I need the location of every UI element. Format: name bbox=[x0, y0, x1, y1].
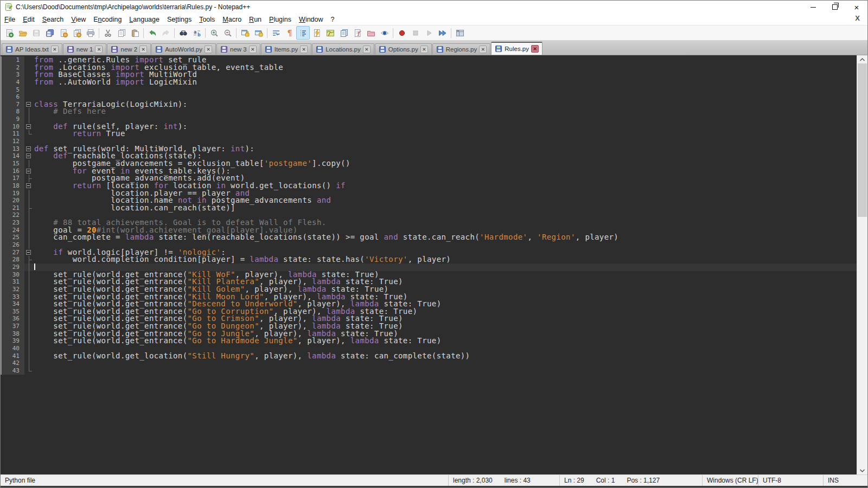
close-button[interactable] bbox=[56, 26, 70, 40]
show-all-characters-button[interactable]: ¶ bbox=[283, 26, 296, 40]
tab-new-3[interactable]: new 3✕ bbox=[216, 43, 260, 55]
restore-button[interactable] bbox=[824, 1, 846, 14]
menu-item-plugins[interactable]: Plugins bbox=[265, 15, 295, 24]
menu-item-[interactable]: ? bbox=[327, 15, 339, 24]
menu-item-language[interactable]: Language bbox=[125, 15, 163, 24]
paste-button[interactable] bbox=[128, 26, 142, 40]
menu-item-macro[interactable]: Macro bbox=[219, 15, 245, 24]
tab-locations-py[interactable]: Locations.py✕ bbox=[312, 43, 374, 55]
tab-close-icon[interactable]: ✕ bbox=[139, 46, 147, 53]
save-button[interactable] bbox=[29, 26, 43, 40]
sync-horizontal-button[interactable] bbox=[252, 26, 265, 40]
function-list-button[interactable] bbox=[310, 26, 323, 40]
menu-item-encoding[interactable]: Encoding bbox=[90, 15, 125, 24]
menu-item-tools[interactable]: Tools bbox=[195, 15, 219, 24]
fold-collapse-icon[interactable] bbox=[24, 168, 34, 175]
code-text[interactable]: class TerrariaLogic(LogicMixin): bbox=[34, 101, 857, 108]
redo-icon bbox=[162, 29, 170, 37]
copy-button[interactable] bbox=[114, 26, 128, 40]
fold-margin bbox=[24, 93, 34, 101]
unsaved-floppy-icon bbox=[67, 46, 74, 53]
macro-play-button[interactable] bbox=[422, 26, 436, 40]
macro-stop-button[interactable] bbox=[409, 26, 422, 40]
menu-item-edit[interactable]: Edit bbox=[19, 15, 39, 24]
code-text[interactable]: can_complete = lambda state: len(reachab… bbox=[34, 234, 857, 241]
save-all-button[interactable] bbox=[43, 26, 56, 40]
tab-new-1[interactable]: new 1✕ bbox=[63, 43, 107, 55]
fold-collapse-icon[interactable] bbox=[24, 152, 34, 160]
close-all-button[interactable] bbox=[70, 26, 84, 40]
code-text[interactable]: return True bbox=[34, 130, 857, 138]
document-map-button[interactable] bbox=[323, 26, 337, 40]
code-text[interactable]: set_rule(world.get_location("Still Hungr… bbox=[34, 352, 857, 360]
new-file-button[interactable] bbox=[2, 26, 16, 40]
tab-rules-py[interactable]: Rules.py✕ bbox=[491, 42, 542, 55]
macro-record-button[interactable] bbox=[395, 26, 409, 40]
tab-close-icon[interactable]: ✕ bbox=[531, 45, 539, 53]
tab-close-icon[interactable]: ✕ bbox=[95, 46, 103, 53]
menu-item-search[interactable]: Search bbox=[39, 15, 68, 24]
scroll-down-arrow[interactable] bbox=[857, 466, 867, 474]
replace-button[interactable]: ab bbox=[190, 26, 203, 40]
tab-options-py[interactable]: Options.py✕ bbox=[375, 43, 432, 55]
saved-floppy-icon bbox=[495, 45, 502, 53]
menu-item-run[interactable]: Run bbox=[245, 15, 265, 24]
code-text[interactable] bbox=[34, 359, 857, 367]
show-indent-guide-button[interactable] bbox=[296, 26, 310, 40]
tab-regions-py[interactable]: Regions.py✕ bbox=[432, 43, 491, 55]
document-list-button[interactable] bbox=[337, 26, 350, 40]
redo-button[interactable] bbox=[159, 26, 173, 40]
undo-button[interactable] bbox=[145, 26, 159, 40]
close-icon: × bbox=[854, 3, 859, 11]
monitoring-button[interactable] bbox=[378, 26, 391, 40]
fold-collapse-icon[interactable] bbox=[24, 249, 34, 256]
code-text[interactable]: from ..AutoWorld import LogicMixin bbox=[34, 79, 857, 86]
tab-autoworld-py[interactable]: AutoWorld.py✕ bbox=[151, 43, 216, 55]
open-folder-button[interactable] bbox=[16, 26, 29, 40]
word-wrap-button[interactable] bbox=[269, 26, 283, 40]
code-text[interactable]: set_rule(world.get_entrance("Go to Hardm… bbox=[34, 337, 857, 345]
macro-run-multiple-button[interactable] bbox=[436, 26, 449, 40]
close-button[interactable]: × bbox=[846, 1, 867, 14]
code-text[interactable] bbox=[34, 367, 857, 375]
code-text[interactable]: world.completion_condition[player] = lam… bbox=[34, 256, 857, 264]
tab-close-icon[interactable]: ✕ bbox=[420, 46, 428, 53]
fold-collapse-icon[interactable] bbox=[24, 101, 34, 108]
folder-as-workspace-button[interactable] bbox=[364, 26, 378, 40]
zoom-out-button[interactable] bbox=[221, 26, 234, 40]
fold-collapse-icon[interactable] bbox=[24, 182, 34, 190]
sync-vertical-button[interactable] bbox=[238, 26, 252, 40]
tab-close-icon[interactable]: ✕ bbox=[51, 46, 59, 53]
tab-close-icon[interactable]: ✕ bbox=[363, 46, 371, 53]
function-signature-button[interactable]: f bbox=[350, 26, 364, 40]
tab-new-2[interactable]: new 2✕ bbox=[107, 43, 151, 55]
macro-save-button[interactable] bbox=[453, 26, 467, 40]
fold-collapse-icon[interactable] bbox=[24, 145, 34, 153]
minimize-button[interactable] bbox=[802, 1, 824, 14]
scrollbar-thumb[interactable] bbox=[858, 63, 867, 217]
find-button[interactable] bbox=[176, 26, 190, 40]
code-text[interactable]: # Defs here bbox=[34, 108, 857, 115]
cut-button[interactable] bbox=[101, 26, 114, 40]
tab-close-icon[interactable]: ✕ bbox=[479, 46, 487, 53]
menu-item-view[interactable]: View bbox=[67, 15, 90, 24]
code-text[interactable]: location.can_reach(state)] bbox=[34, 204, 857, 212]
fold-collapse-icon[interactable] bbox=[24, 123, 34, 131]
code-text[interactable] bbox=[34, 86, 857, 94]
print-button[interactable] bbox=[84, 26, 97, 40]
vertical-scrollbar[interactable] bbox=[857, 55, 867, 474]
tab-close-icon[interactable]: ✕ bbox=[300, 46, 308, 53]
tab-items-py[interactable]: Items.py✕ bbox=[261, 43, 311, 55]
fold-margin bbox=[24, 160, 34, 168]
tab-close-icon[interactable]: ✕ bbox=[249, 46, 257, 53]
menu-item-window[interactable]: Window bbox=[295, 15, 327, 24]
zoom-in-button[interactable] bbox=[207, 26, 221, 40]
code-text[interactable]: def rule(self, player: int): bbox=[34, 123, 857, 131]
code-editor[interactable]: 1from ..generic.Rules import set_rule2fr… bbox=[1, 55, 867, 474]
tab-ap-ideas-txt[interactable]: AP Ideas.txt✕ bbox=[2, 43, 62, 55]
scroll-up-arrow[interactable] bbox=[857, 55, 867, 63]
menu-item-file[interactable]: File bbox=[1, 15, 19, 24]
menu-item-settings[interactable]: Settings bbox=[163, 15, 195, 24]
tab-close-icon[interactable]: ✕ bbox=[205, 46, 212, 53]
close-document-x-button[interactable]: X bbox=[853, 14, 862, 22]
